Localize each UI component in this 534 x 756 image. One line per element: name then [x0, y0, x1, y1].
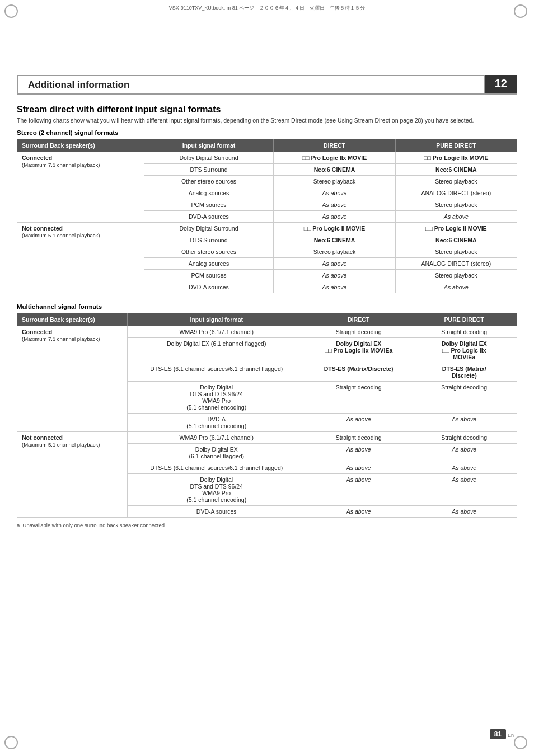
cell-input: DVD-A(5.1 channel encoding) — [127, 414, 306, 432]
cell-pure-direct: As above — [411, 414, 517, 432]
cell-direct: DTS-ES (Matrix/Discrete) — [306, 363, 411, 382]
cell-pure-direct: DTS-ES (Matrix/Discrete) — [411, 363, 517, 382]
cell-direct: Stereo playback — [274, 246, 395, 258]
cell-input: PCM sources — [144, 270, 274, 281]
cell-pure-direct: As above — [395, 281, 517, 293]
jp-header: VSX-9110TXV_KU.book.fm 81 ページ ２００６年４月４日 … — [17, 0, 517, 13]
cell-speaker: Not connected(Maximum 5.1 channel playba… — [17, 432, 128, 518]
multichannel-signal-table: Surround Back speaker(s) Input signal fo… — [17, 313, 517, 518]
cell-direct: Dolby Digital EX□□ Pro Logic IIx MOVIEa — [306, 338, 411, 363]
cell-direct: As above — [274, 281, 395, 293]
cell-direct: Neo:6 CINEMA — [274, 234, 395, 246]
cell-input: WMA9 Pro (6.1/7.1 channel) — [127, 326, 306, 338]
multichannel-subsection-title: Multichannel signal formats — [17, 303, 517, 310]
cell-pure-direct: Straight decoding — [411, 326, 517, 338]
cell-direct: As above — [274, 211, 395, 223]
cell-pure-direct: ANALOG DIRECT (stereo) — [395, 258, 517, 270]
cell-speaker: Connected(Maximum 7.1 channel playback) — [17, 326, 128, 432]
mc-col-header-pure: PURE DIRECT — [411, 313, 517, 326]
cell-input: Dolby Digital EX (6.1 channel flagged) — [127, 338, 306, 363]
cell-pure-direct: As above — [411, 444, 517, 462]
cell-pure-direct: Straight decoding — [411, 382, 517, 414]
chapter-header-bar: Additional information 12 — [17, 75, 517, 95]
cell-direct: As above — [306, 462, 411, 474]
cell-input: DTS Surround — [144, 234, 274, 246]
cell-input: DTS-ES (6.1 channel sources/6.1 channel … — [127, 462, 306, 474]
cell-direct: As above — [274, 199, 395, 211]
cell-pure-direct: As above — [395, 211, 517, 223]
page-number-sub: En — [508, 732, 514, 738]
cell-pure-direct: As above — [411, 462, 517, 474]
cell-speaker: Not connected(Maximum 5.1 channel playba… — [17, 223, 144, 293]
cell-input: DVD-A sources — [144, 211, 274, 223]
cell-input: DTS Surround — [144, 164, 274, 176]
cell-direct: As above — [306, 506, 411, 518]
table-row: Not connected(Maximum 5.1 channel playba… — [17, 432, 517, 444]
cell-input: PCM sources — [144, 199, 274, 211]
cell-direct: □□ Pro Logic II MOVIE — [274, 223, 395, 234]
table-row: Connected(Maximum 7.1 channel playback)W… — [17, 326, 517, 338]
cell-direct: Stereo playback — [274, 176, 395, 187]
cell-input: Dolby DigitalDTS and DTS 96/24WMA9 Pro(5… — [127, 474, 306, 506]
corner-br-decoration — [514, 736, 530, 752]
table-row: Connected(Maximum 7.1 channel playback)D… — [17, 152, 517, 164]
cell-pure-direct: Neo:6 CINEMA — [395, 234, 517, 246]
section-description: The following charts show what you will … — [17, 117, 517, 124]
mc-col-header-input: Input signal format — [127, 313, 306, 326]
cell-pure-direct: Straight decoding — [411, 432, 517, 444]
cell-input: WMA9 Pro (6.1/7.1 channel) — [127, 432, 306, 444]
section-title: Stream direct with different input signa… — [17, 105, 517, 115]
cell-input: Other stereo sources — [144, 176, 274, 187]
cell-input: DVD-A sources — [144, 281, 274, 293]
chapter-title: Additional information — [17, 75, 485, 93]
table-row: Not connected(Maximum 5.1 channel playba… — [17, 223, 517, 234]
cell-direct: Straight decoding — [306, 432, 411, 444]
cell-pure-direct: Stereo playback — [395, 176, 517, 187]
col-header-pure: PURE DIRECT — [395, 139, 517, 152]
cell-pure-direct: □□ Pro Logic IIx MOVIE — [395, 152, 517, 164]
corner-tl-decoration — [4, 4, 20, 20]
stereo-signal-table: Surround Back speaker(s) Input signal fo… — [17, 139, 517, 293]
col-header-input: Input signal format — [144, 139, 274, 152]
cell-input: Dolby Digital Surround — [144, 152, 274, 164]
stereo-subsection-title: Stereo (2 channel) signal formats — [17, 129, 517, 136]
cell-direct: As above — [306, 444, 411, 462]
cell-pure-direct: Stereo playback — [395, 199, 517, 211]
cell-pure-direct: Stereo playback — [395, 270, 517, 281]
footnote: a. Unavailable with only one surround ba… — [17, 522, 517, 528]
cell-direct: As above — [274, 187, 395, 199]
cell-direct: As above — [306, 474, 411, 506]
page-number: 81 — [490, 729, 506, 739]
corner-tr-decoration — [514, 4, 530, 20]
cell-direct: Straight decoding — [306, 382, 411, 414]
cell-direct: Straight decoding — [306, 326, 411, 338]
col-header-direct: DIRECT — [274, 139, 395, 152]
mc-col-header-direct: DIRECT — [306, 313, 411, 326]
mc-col-header-speaker: Surround Back speaker(s) — [17, 313, 128, 326]
cell-direct: As above — [274, 258, 395, 270]
cell-input: Other stereo sources — [144, 246, 274, 258]
corner-bl-decoration — [4, 736, 20, 752]
cell-speaker: Connected(Maximum 7.1 channel playback) — [17, 152, 144, 223]
cell-direct: As above — [274, 270, 395, 281]
chapter-badge: 12 — [485, 75, 517, 93]
cell-input: Dolby Digital Surround — [144, 223, 274, 234]
page-wrapper: VSX-9110TXV_KU.book.fm 81 ページ ２００６年４月４日 … — [0, 0, 534, 756]
cell-pure-direct: □□ Pro Logic II MOVIE — [395, 223, 517, 234]
col-header-speaker: Surround Back speaker(s) — [17, 139, 144, 152]
cell-input: Dolby DigitalDTS and DTS 96/24WMA9 Pro(5… — [127, 382, 306, 414]
cell-input: Dolby Digital EX(6.1 channel flagged) — [127, 444, 306, 462]
cell-direct: Neo:6 CINEMA — [274, 164, 395, 176]
cell-input: DVD-A sources — [127, 506, 306, 518]
cell-pure-direct: Dolby Digital EX□□ Pro Logic IIxMOVIEa — [411, 338, 517, 363]
cell-direct: □□ Pro Logic IIx MOVIE — [274, 152, 395, 164]
cell-input: Analog sources — [144, 187, 274, 199]
cell-direct: As above — [306, 414, 411, 432]
cell-pure-direct: Neo:6 CINEMA — [395, 164, 517, 176]
cell-pure-direct: ANALOG DIRECT (stereo) — [395, 187, 517, 199]
cell-pure-direct: As above — [411, 474, 517, 506]
cell-pure-direct: As above — [411, 506, 517, 518]
cell-pure-direct: Stereo playback — [395, 246, 517, 258]
cell-input: Analog sources — [144, 258, 274, 270]
cell-input: DTS-ES (6.1 channel sources/6.1 channel … — [127, 363, 306, 382]
